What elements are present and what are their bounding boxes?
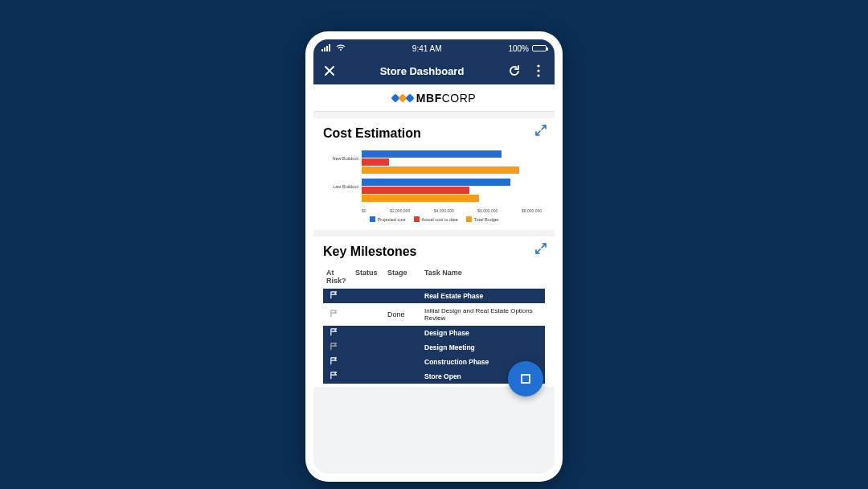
nav-bar: Store Dashboard	[313, 57, 555, 84]
svg-point-8	[537, 69, 539, 72]
status-left	[321, 43, 346, 53]
expand-cost-card-button[interactable]	[535, 125, 547, 139]
chart-axis-tick: $4,000,000	[434, 208, 454, 213]
expand-milestones-card-button[interactable]	[535, 243, 547, 257]
chart-x-axis: $0 $2,000,000 $4,000,000 $6,000,000 $8,0…	[362, 207, 542, 213]
svg-point-4	[340, 49, 342, 51]
cell-status	[355, 372, 387, 380]
refresh-button[interactable]	[506, 63, 522, 79]
chart-bar-projected	[362, 179, 510, 186]
chart-bar-total	[362, 166, 519, 174]
svg-rect-2	[326, 46, 328, 51]
close-button[interactable]	[321, 63, 338, 79]
cell-status	[355, 310, 387, 318]
cost-estimation-chart: New Buildout Last Buildout	[323, 147, 545, 224]
svg-point-9	[537, 74, 539, 76]
chart-bar-actual	[362, 158, 389, 166]
table-row[interactable]: Design Meeting	[323, 340, 545, 355]
brand-name-bold: MBF	[416, 92, 442, 105]
milestones-card-title: Key Milestones	[323, 244, 545, 259]
cell-task: Design Meeting	[424, 343, 545, 351]
wifi-icon	[336, 43, 346, 53]
svg-rect-3	[329, 44, 330, 51]
battery-percent: 100%	[508, 44, 529, 53]
cell-stage: Done	[387, 310, 424, 318]
column-header-stage: Stage	[387, 269, 424, 285]
more-options-button[interactable]	[530, 63, 547, 79]
legend-label: Actual cost to date	[422, 217, 458, 222]
brand-logo: MBFCORP	[392, 92, 476, 105]
floating-action-button[interactable]	[508, 361, 543, 397]
column-header-status: Status	[355, 269, 387, 285]
cell-risk	[323, 343, 355, 352]
brand-name-light: CORP	[442, 92, 476, 105]
cell-status	[355, 292, 387, 300]
page-title: Store Dashboard	[338, 65, 506, 77]
chart-bar-actual	[362, 187, 469, 194]
status-right: 100%	[508, 44, 547, 53]
status-bar: 9:41 AM 100%	[313, 39, 555, 57]
cell-task: Initial Design and Real Estate Options R…	[424, 305, 545, 324]
status-time: 9:41 AM	[412, 44, 442, 53]
cost-estimation-card: Cost Estimation New Buildout Last Buildo	[313, 118, 555, 230]
cell-risk	[323, 357, 355, 367]
cell-risk	[323, 372, 355, 381]
column-header-task: Task Name	[424, 269, 545, 285]
brand-logo-icon	[392, 95, 413, 101]
cell-risk	[323, 328, 355, 338]
brand-name: MBFCORP	[416, 92, 476, 105]
chart-axis-tick: $8,000,000	[522, 208, 542, 213]
legend-label: Projected cost	[378, 217, 406, 222]
chart-axis-tick: $0	[362, 208, 366, 213]
milestones-table: At Risk? Status Stage Task Name Real Est…	[323, 265, 545, 384]
svg-rect-0	[321, 49, 323, 51]
cell-task: Real Estate Phase	[424, 292, 545, 300]
battery-icon	[532, 45, 547, 51]
chart-category-label: Last Buildout	[326, 179, 362, 190]
content-area: Cost Estimation New Buildout Last Buildo	[313, 118, 555, 387]
column-header-risk: At Risk?	[323, 269, 355, 285]
cell-task: Design Phase	[424, 329, 545, 337]
tablet-device-frame: 9:41 AM 100% Store Dashboard	[305, 31, 563, 482]
legend-label: Total Budget	[474, 217, 499, 222]
cell-risk	[323, 310, 355, 319]
svg-point-7	[537, 64, 539, 67]
svg-rect-1	[324, 47, 326, 51]
chart-category-row: Last Buildout	[326, 179, 542, 202]
chart-category-row: New Buildout	[326, 150, 542, 174]
cell-risk	[323, 291, 355, 301]
svg-rect-10	[522, 375, 530, 383]
table-row[interactable]: Real Estate Phase	[323, 289, 545, 303]
chart-axis-tick: $2,000,000	[390, 208, 410, 213]
screen: 9:41 AM 100% Store Dashboard	[313, 39, 555, 474]
legend-item-projected: Projected cost	[370, 216, 406, 222]
chart-bar-total	[362, 195, 479, 202]
cell-status	[355, 358, 387, 366]
cell-status	[355, 329, 387, 337]
brand-bar: MBFCORP	[313, 84, 555, 112]
cell-status	[355, 343, 387, 351]
cost-card-title: Cost Estimation	[323, 126, 545, 141]
chart-category-label: New Buildout	[326, 150, 362, 162]
chart-axis-tick: $6,000,000	[477, 208, 497, 213]
table-header-row: At Risk? Status Stage Task Name	[323, 265, 545, 289]
legend-item-actual: Actual cost to date	[414, 216, 458, 222]
chart-bar-projected	[362, 150, 502, 158]
legend-item-total: Total Budget	[466, 216, 499, 222]
table-row[interactable]: Design Phase	[323, 326, 545, 340]
key-milestones-card: Key Milestones At Risk? Status Stage Tas…	[313, 236, 555, 387]
chart-legend: Projected cost Actual cost to date Total…	[326, 216, 542, 222]
signal-icon	[321, 43, 333, 53]
table-row[interactable]: DoneInitial Design and Real Estate Optio…	[323, 303, 545, 326]
